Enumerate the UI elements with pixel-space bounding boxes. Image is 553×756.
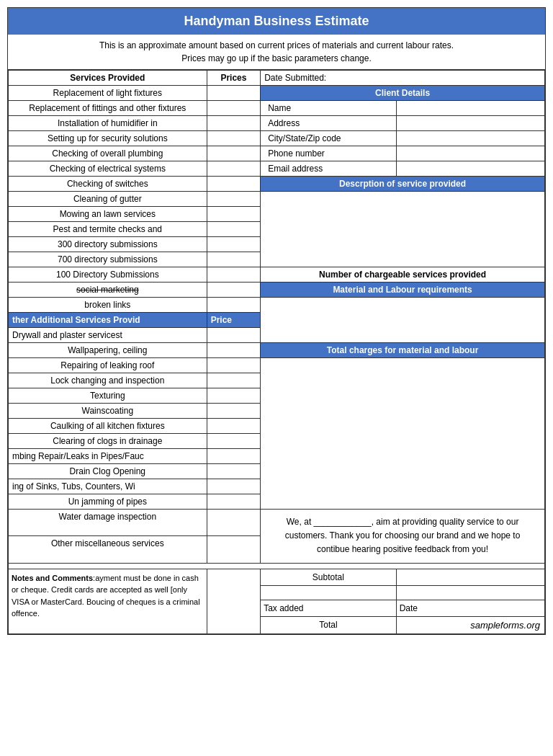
price-cell xyxy=(207,161,261,177)
additional-service-item: mbing Repair/Leaks in Pipes/Fauc xyxy=(9,449,207,464)
additional-service-item: Texturing xyxy=(9,388,207,404)
price-cell xyxy=(207,298,261,313)
sampleforms-label: sampleforms.org xyxy=(396,616,544,633)
service-item: Replacement of fittings and other fixtur… xyxy=(9,101,207,116)
service-item: 300 directory submissions xyxy=(9,237,207,252)
price-cell xyxy=(207,464,261,479)
price-cell xyxy=(207,86,261,101)
additional-price-header: Price xyxy=(207,313,261,328)
description-header: Descrption of service provided xyxy=(261,177,545,192)
service-item: social marketing xyxy=(9,283,207,298)
disclaimer: This is an approximate amount based on c… xyxy=(8,35,545,70)
price-cell xyxy=(207,404,261,419)
additional-service-item: Wallpapering, ceiling xyxy=(9,343,207,358)
service-item: Cleaning of gutter xyxy=(9,192,207,207)
service-item: Checking of electrical systems xyxy=(9,161,207,177)
client-field-name-value[interactable] xyxy=(396,101,544,116)
total-charges-header: Total charges for material and labour xyxy=(261,343,545,358)
prices-header: Prices xyxy=(207,71,261,86)
price-cell xyxy=(207,116,261,131)
service-item: 700 directory submissions xyxy=(9,252,207,267)
service-item: Replacement of light fixtures xyxy=(9,86,207,101)
service-item: Installation of humidifier in xyxy=(9,116,207,131)
subtotal-value[interactable] xyxy=(396,569,544,585)
client-field-city-label: City/State/Zip code xyxy=(261,131,396,146)
subtotal-label: Subtotal xyxy=(261,569,396,585)
additional-service-item: Drywall and plaster servicest xyxy=(9,328,207,343)
client-field-email-label: Email address xyxy=(261,161,396,177)
price-cell xyxy=(207,494,261,510)
price-cell xyxy=(207,101,261,116)
price-cell xyxy=(207,449,261,464)
price-cell xyxy=(207,343,261,358)
additional-service-item: ing of Sinks, Tubs, Counters, Wi xyxy=(9,479,207,494)
additional-service-item: Other miscellaneous services xyxy=(9,536,207,563)
price-cell xyxy=(207,358,261,373)
service-item: 100 Directory Submissions xyxy=(9,267,207,283)
price-cell xyxy=(207,373,261,388)
empty-cell2 xyxy=(396,585,544,600)
client-field-address-label: Address xyxy=(261,116,396,131)
additional-service-item: Repairing of leaking roof xyxy=(9,358,207,373)
service-item: Checking of overall plumbing xyxy=(9,146,207,161)
client-field-email-value[interactable] xyxy=(396,161,544,177)
additional-services-header: ther Additional Services Provid xyxy=(9,313,207,328)
price-cell xyxy=(207,237,261,252)
price-cell xyxy=(207,131,261,146)
service-item: Pest and termite checks and xyxy=(9,222,207,237)
service-item: broken links xyxy=(9,298,207,313)
client-field-phone-value[interactable] xyxy=(396,146,544,161)
notes-area: Notes and Comments:ayment must be done i… xyxy=(9,569,207,633)
additional-service-item: Caulking of all kitchen fixtures xyxy=(9,419,207,434)
price-cell xyxy=(207,419,261,434)
price-cell xyxy=(207,328,261,343)
tagline-area: We, at ____________, aim at providing qu… xyxy=(261,510,545,564)
client-details-header: Client Details xyxy=(261,86,545,101)
chargeable-header: Number of chargeable services provided xyxy=(261,267,545,283)
price-cell xyxy=(207,267,261,283)
material-labour-header: Material and Labour requirements xyxy=(261,283,545,298)
price-cell xyxy=(207,536,261,563)
price-cell xyxy=(207,207,261,222)
material-labour-area[interactable] xyxy=(261,298,545,343)
price-cell xyxy=(207,283,261,298)
description-area[interactable] xyxy=(261,192,545,267)
page: Handyman Business Estimate This is an ap… xyxy=(7,7,546,635)
price-cell xyxy=(207,510,261,536)
service-item: Checking of switches xyxy=(9,177,207,192)
empty-cell xyxy=(261,585,396,600)
price-cell xyxy=(207,388,261,404)
price-cell xyxy=(207,479,261,494)
additional-service-item: Lock changing and inspection xyxy=(9,373,207,388)
service-item: Setting up for security solutions xyxy=(9,131,207,146)
date-submitted-label: Date Submitted: xyxy=(261,71,545,86)
page-title: Handyman Business Estimate xyxy=(8,8,545,35)
additional-service-item: Water damage inspection xyxy=(9,510,207,536)
price-cell xyxy=(207,146,261,161)
client-field-name-label: Name xyxy=(261,101,396,116)
additional-service-item: Wainscoating xyxy=(9,404,207,419)
services-header: Services Provided xyxy=(9,71,207,86)
client-field-phone-label: Phone number xyxy=(261,146,396,161)
total-label: Total xyxy=(261,616,396,633)
total-charges-area[interactable] xyxy=(261,358,545,510)
price-cell xyxy=(207,192,261,207)
additional-service-item: Un jamming of pipes xyxy=(9,494,207,510)
date-label: Date xyxy=(396,600,544,616)
price-cell xyxy=(207,177,261,192)
price-cell xyxy=(207,434,261,449)
client-field-address-value[interactable] xyxy=(396,116,544,131)
notes-price-area xyxy=(207,569,261,633)
price-cell xyxy=(207,252,261,267)
price-cell xyxy=(207,222,261,237)
additional-service-item: Drain Clog Opening xyxy=(9,464,207,479)
client-field-city-value[interactable] xyxy=(396,131,544,146)
additional-service-item: Clearing of clogs in drainage xyxy=(9,434,207,449)
service-item: Mowing an lawn services xyxy=(9,207,207,222)
tax-label: Tax added xyxy=(261,600,396,616)
